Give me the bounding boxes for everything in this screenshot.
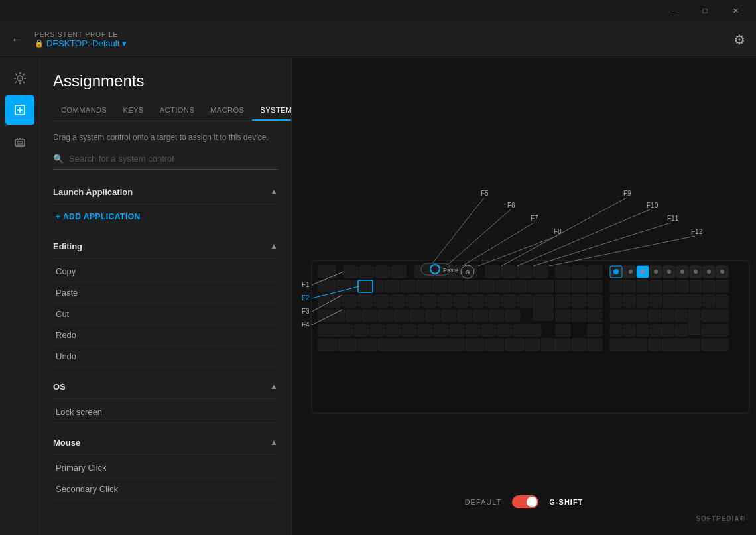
svg-rect-153 [556, 339, 570, 351]
search-box: 🔍 [53, 154, 278, 170]
svg-rect-101 [716, 295, 728, 307]
panel-header: Assignments COMMANDS KEYS ACTIONS MACROS… [40, 58, 291, 121]
list-item[interactable]: Cut [53, 304, 278, 325]
section-mouse-header[interactable]: Mouse ▲ [53, 431, 278, 455]
tab-system[interactable]: SYSTEM [252, 101, 292, 121]
svg-text:F3: F3 [302, 308, 310, 315]
section-os-header[interactable]: OS ▲ [53, 375, 278, 399]
svg-rect-21 [375, 266, 390, 278]
tab-actions[interactable]: ACTIONS [152, 101, 202, 121]
svg-rect-74 [676, 280, 688, 292]
list-item[interactable]: Paste [53, 282, 278, 304]
header-left: ← PERSISTENT PROFILE 🔒 DESKTOP: Default … [11, 31, 127, 48]
svg-rect-109 [442, 310, 456, 322]
icon-sidebar [0, 58, 40, 535]
list-item[interactable]: Undo [53, 346, 278, 367]
svg-rect-19 [344, 266, 358, 278]
svg-rect-135 [556, 324, 570, 336]
gshift-toggle[interactable] [512, 495, 538, 508]
svg-rect-77 [716, 280, 728, 292]
back-button[interactable]: ← [11, 32, 24, 47]
titlebar: ─ □ ✕ [0, 0, 756, 21]
svg-line-5 [15, 74, 17, 75]
svg-rect-113 [505, 310, 520, 322]
svg-rect-125 [370, 324, 385, 336]
svg-rect-60 [448, 280, 463, 292]
svg-rect-68 [588, 280, 602, 292]
header-info: PERSISTENT PROFILE 🔒 DESKTOP: Default ▾ [34, 31, 127, 48]
close-button[interactable]: ✕ [720, 0, 751, 21]
minimize-button[interactable]: ─ [659, 0, 690, 21]
svg-rect-114 [556, 310, 570, 322]
search-icon: 🔍 [53, 154, 64, 164]
svg-rect-103 [346, 310, 361, 322]
svg-rect-157 [649, 339, 661, 351]
svg-rect-131 [466, 324, 480, 336]
svg-rect-29 [517, 266, 532, 278]
tab-macros[interactable]: MACROS [202, 101, 252, 121]
svg-line-7 [23, 74, 24, 75]
svg-rect-145 [338, 339, 357, 351]
svg-rect-120 [675, 310, 687, 322]
tab-commands[interactable]: COMMANDS [53, 101, 115, 121]
sidebar-item-assignments[interactable] [5, 95, 34, 125]
list-item[interactable]: Secondary Click [53, 479, 278, 500]
svg-line-8 [15, 82, 17, 83]
svg-point-192 [641, 270, 645, 274]
svg-rect-16 [17, 141, 23, 144]
section-editing-header[interactable]: Editing ▲ [53, 235, 278, 259]
settings-button[interactable]: ⚙ [733, 32, 745, 48]
svg-rect-96 [623, 295, 635, 307]
svg-line-170 [501, 198, 627, 266]
right-panel: G F5 F6 F7 F8 F9 F10 F11 [292, 58, 756, 535]
svg-rect-140 [650, 324, 662, 336]
svg-rect-82 [390, 295, 405, 307]
sidebar-item-onboard-memory[interactable] [5, 127, 34, 156]
section-os-title: OS [53, 382, 66, 392]
svg-text:F4: F4 [302, 321, 310, 328]
svg-rect-116 [588, 310, 602, 322]
section-mouse-title: Mouse [53, 438, 80, 447]
svg-point-193 [654, 270, 658, 274]
section-os-items: Lock screen [53, 399, 278, 426]
svg-rect-149 [485, 339, 504, 351]
tab-keys[interactable]: KEYS [115, 101, 151, 121]
svg-rect-87 [470, 295, 484, 307]
default-label: DEFAULT [465, 498, 502, 506]
svg-point-194 [667, 270, 671, 274]
list-item[interactable]: Lock screen [53, 402, 278, 423]
svg-rect-22 [391, 266, 406, 278]
editing-chevron: ▲ [270, 241, 278, 251]
watermark-superscript: ® [740, 515, 745, 522]
svg-rect-63 [496, 280, 511, 292]
svg-rect-83 [406, 295, 420, 307]
svg-rect-110 [458, 310, 472, 322]
profile-name[interactable]: 🔒 DESKTOP: Default ▾ [34, 38, 127, 48]
svg-rect-115 [572, 310, 586, 322]
svg-rect-122 [702, 310, 728, 322]
section-launch-application: Launch Application ▲ + ADD APPLICATION [53, 180, 278, 229]
list-item[interactable]: Copy [53, 261, 278, 282]
svg-point-0 [17, 76, 23, 81]
svg-rect-139 [637, 324, 649, 336]
tab-nav: COMMANDS KEYS ACTIONS MACROS SYSTEM [53, 101, 278, 121]
header: ← PERSISTENT PROFILE 🔒 DESKTOP: Default … [0, 21, 756, 58]
svg-point-190 [613, 269, 619, 274]
toggle-thumb [527, 497, 537, 507]
svg-rect-147 [378, 339, 464, 351]
list-item[interactable]: Redo [53, 325, 278, 346]
profile-name-text: DESKTOP: Default [46, 38, 119, 48]
svg-rect-75 [690, 280, 702, 292]
sidebar-item-lighting[interactable] [5, 64, 34, 93]
svg-rect-70 [623, 280, 635, 292]
svg-rect-146 [358, 339, 377, 351]
svg-rect-134 [513, 324, 541, 336]
svg-rect-90 [517, 295, 532, 307]
maximize-button[interactable]: □ [690, 0, 720, 21]
search-input[interactable] [69, 154, 278, 164]
mouse-chevron: ▲ [270, 438, 278, 447]
add-application-button[interactable]: + ADD APPLICATION [53, 207, 278, 227]
section-launch-application-header[interactable]: Launch Application ▲ [53, 180, 278, 204]
dropdown-icon: ▾ [122, 38, 127, 48]
list-item[interactable]: Primary Click [53, 457, 278, 479]
